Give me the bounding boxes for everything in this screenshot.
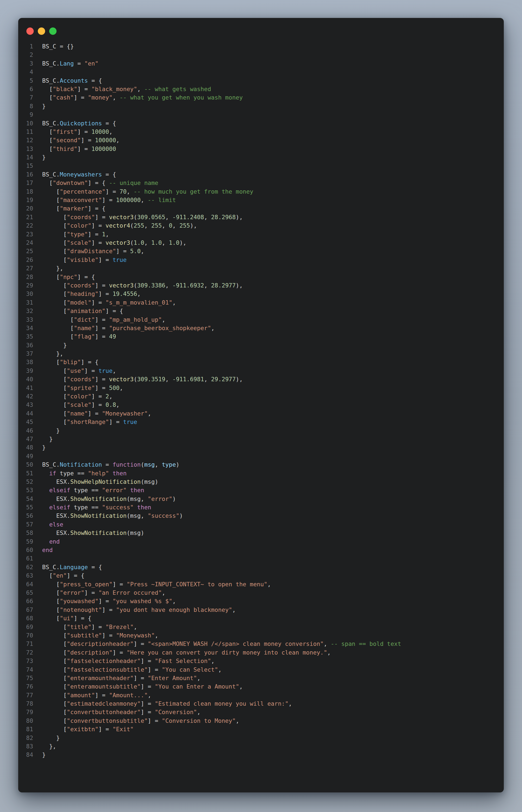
code-line: 34 ["name"] = "purchase_beerbox_shopkeep… bbox=[18, 324, 504, 332]
code-editor[interactable]: 1BS_C = {}23BS_C.Lang = "en"45BS_C.Accou… bbox=[18, 42, 504, 770]
line-number: 23 bbox=[18, 230, 33, 238]
line-number: 45 bbox=[18, 418, 33, 426]
code-line-content: ["estimatedcleanmoney"] = "Estimated cle… bbox=[33, 699, 292, 708]
code-line-content: BS_C.Lang = "en" bbox=[33, 59, 98, 68]
code-line: 70 ["subtitle"] = "Moneywash", bbox=[18, 631, 504, 639]
code-line-content: ["title"] = "Brezel", bbox=[33, 623, 137, 631]
line-number: 24 bbox=[18, 238, 33, 247]
line-number: 74 bbox=[18, 666, 33, 674]
code-line: 74 ["fastselectionsubtitle"] = "You can … bbox=[18, 666, 504, 674]
code-line-content: ["scale"] = vector3(1.0, 1.0, 1.0), bbox=[33, 238, 186, 247]
code-line-content: ["error"] = "an Error occured", bbox=[33, 589, 165, 597]
line-number: 66 bbox=[18, 597, 33, 605]
code-line-content: } bbox=[33, 341, 67, 350]
line-number: 16 bbox=[18, 170, 33, 179]
code-line: 52 ESX.ShowHelpNotification(msg) bbox=[18, 477, 504, 486]
line-number: 11 bbox=[18, 127, 33, 136]
code-line: 65 ["error"] = "an Error occured", bbox=[18, 589, 504, 597]
code-line-content: ["black"] = "black_money", -- what gets … bbox=[33, 85, 211, 93]
line-number: 57 bbox=[18, 520, 33, 529]
code-line-content bbox=[33, 554, 42, 562]
code-line: 55 elseif type == "success" then bbox=[18, 503, 504, 512]
zoom-button[interactable] bbox=[49, 27, 57, 35]
code-line: 73 ["fastselectionheader"] = "Fast Selec… bbox=[18, 657, 504, 665]
code-line: 12 ["second"] = 100000, bbox=[18, 136, 504, 144]
code-line: 16BS_C.Moneywashers = { bbox=[18, 170, 504, 179]
code-line-content: } bbox=[33, 427, 60, 435]
code-line-content: ["marker"] = { bbox=[33, 204, 105, 213]
code-line-content: ["drawDistance"] = 5.0, bbox=[33, 247, 144, 255]
line-number: 60 bbox=[18, 546, 33, 554]
code-line-content: BS_C = {} bbox=[33, 42, 74, 51]
code-line-content: ["ui"] = { bbox=[33, 614, 92, 622]
code-line-content: ["blip"] = { bbox=[33, 358, 98, 366]
line-number: 39 bbox=[18, 367, 33, 375]
code-line: 81 ["exitbtn"] = "Exit" bbox=[18, 725, 504, 733]
line-number: 71 bbox=[18, 639, 33, 648]
line-number: 25 bbox=[18, 247, 33, 255]
line-number: 3 bbox=[18, 59, 33, 68]
code-line: 22 ["color"] = vector4(255, 255, 0, 255)… bbox=[18, 221, 504, 230]
code-line: 71 ["descriptionheader"] = "<span>MONEY … bbox=[18, 639, 504, 648]
code-line-content: ["color"] = vector4(255, 255, 0, 255), bbox=[33, 221, 197, 230]
line-number: 72 bbox=[18, 648, 33, 657]
code-line-content: ["visible"] = true bbox=[33, 256, 127, 264]
line-number: 42 bbox=[18, 392, 33, 400]
code-line-content: end bbox=[33, 537, 60, 546]
code-line: 39 ["use"] = true, bbox=[18, 367, 504, 375]
code-line: 10BS_C.Quickoptions = { bbox=[18, 119, 504, 127]
line-number: 8 bbox=[18, 102, 33, 111]
code-line: 76 ["enteramountsubtitle"] = "You can En… bbox=[18, 682, 504, 691]
line-number: 38 bbox=[18, 358, 33, 366]
minimize-button[interactable] bbox=[38, 27, 45, 35]
code-line: 50BS_C.Notification = function(msg, type… bbox=[18, 460, 504, 469]
line-number: 9 bbox=[18, 111, 33, 119]
code-line: 26 ["visible"] = true bbox=[18, 256, 504, 264]
code-line-content: ["convertbuttonheader"] = "Conversion", bbox=[33, 708, 201, 716]
code-line: 51 if type == "help" then bbox=[18, 469, 504, 477]
code-line: 66 ["youwashed"] = "you washed %s $", bbox=[18, 597, 504, 605]
line-number: 69 bbox=[18, 623, 33, 631]
code-line-content: } bbox=[33, 153, 46, 161]
close-button[interactable] bbox=[26, 27, 34, 35]
line-number: 44 bbox=[18, 409, 33, 418]
line-number: 32 bbox=[18, 307, 33, 315]
code-line-content bbox=[33, 161, 42, 170]
code-line: 2 bbox=[18, 51, 504, 59]
line-number: 7 bbox=[18, 93, 33, 102]
line-number: 46 bbox=[18, 427, 33, 435]
line-number: 28 bbox=[18, 273, 33, 281]
code-line: 13 ["third"] = 1000000 bbox=[18, 145, 504, 153]
code-line: 18 ["percentance"] = 70, -- how much you… bbox=[18, 187, 504, 196]
code-line: 31 ["model"] = "s_m_m_movalien_01", bbox=[18, 298, 504, 307]
code-line-content: ["cash"] = "money", -- what you get when… bbox=[33, 93, 243, 102]
line-number: 61 bbox=[18, 554, 33, 562]
code-line-content: ["use"] = true, bbox=[33, 367, 116, 375]
line-number: 53 bbox=[18, 486, 33, 494]
line-number: 27 bbox=[18, 264, 33, 273]
code-line: 42 ["color"] = 2, bbox=[18, 392, 504, 400]
code-line: 49 bbox=[18, 452, 504, 460]
code-line-content: ["convertbuttonsubtitle"] = "Conversion … bbox=[33, 716, 239, 725]
code-line-content: if type == "help" then bbox=[33, 469, 127, 477]
line-number: 17 bbox=[18, 179, 33, 187]
line-number: 41 bbox=[18, 384, 33, 392]
code-line: 63 ["en"] = { bbox=[18, 571, 504, 580]
code-line-content: ["descriptionheader"] = "<span>MONEY WAS… bbox=[33, 639, 401, 648]
code-line-content bbox=[33, 51, 42, 59]
code-line-content: else bbox=[33, 520, 63, 529]
code-line: 79 ["convertbuttonheader"] = "Conversion… bbox=[18, 708, 504, 716]
code-line: 48} bbox=[18, 443, 504, 452]
code-line-content: } bbox=[33, 751, 46, 759]
code-line-content: ["notenought"] = "you dont have enough b… bbox=[33, 606, 236, 614]
code-line: 80 ["convertbuttonsubtitle"] = "Conversi… bbox=[18, 716, 504, 725]
code-line-content: } bbox=[33, 734, 60, 742]
code-line: 40 ["coords"] = vector3(309.3519, -911.6… bbox=[18, 375, 504, 383]
code-line: 57 else bbox=[18, 520, 504, 529]
code-line: 20 ["marker"] = { bbox=[18, 204, 504, 213]
code-line: 41 ["sprite"] = 500, bbox=[18, 384, 504, 392]
line-number: 51 bbox=[18, 469, 33, 477]
code-line: 56 ESX.ShowNotification(msg, "success") bbox=[18, 512, 504, 520]
code-line: 37 }, bbox=[18, 350, 504, 358]
code-line-content: } bbox=[33, 443, 46, 452]
